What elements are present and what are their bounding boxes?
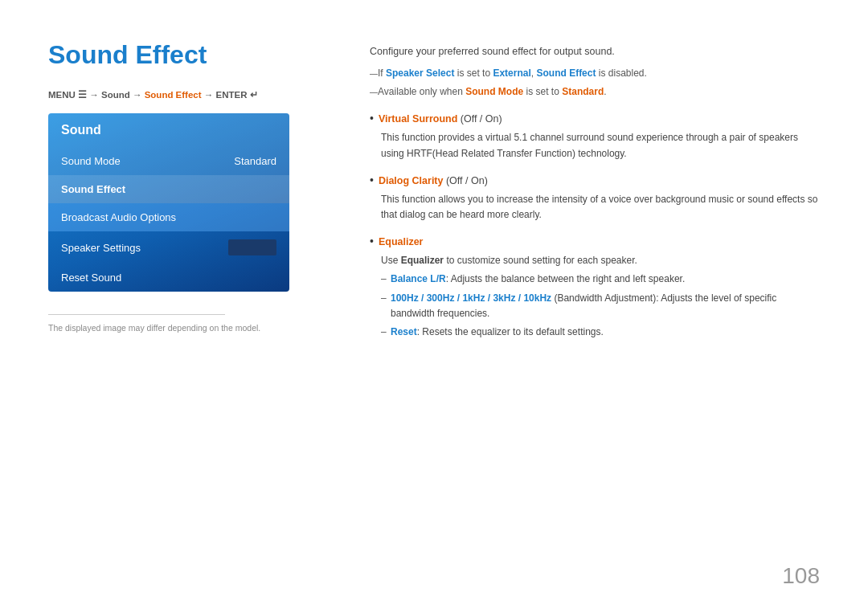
sound-effect-bold: Sound Effect <box>536 67 596 79</box>
eq-desc: Use Equalizer to customize sound setting… <box>381 253 820 268</box>
intro-text: Configure your preferred sound effect fo… <box>370 43 820 59</box>
sound-mode-value: Standard <box>234 155 276 167</box>
menu-label: MENU <box>48 90 78 100</box>
right-panel: Configure your preferred sound effect fo… <box>370 40 820 351</box>
speaker-select-bold: Speaker Select <box>386 67 454 79</box>
note-sound-mode: Available only when Sound Mode is set to… <box>370 84 820 100</box>
bullet-section: • Virtual Surround (Off / On) This funct… <box>370 111 820 340</box>
tv-menu-box: Sound Sound Mode Standard Sound Effect B… <box>48 113 289 292</box>
sound-effect-label: Sound Effect <box>61 183 125 195</box>
dc-desc: This function allows you to increase the… <box>381 192 820 223</box>
note-speaker-select: If Speaker Select is set to External, So… <box>370 66 820 81</box>
menu-item-speaker-settings[interactable]: Speaker Settings <box>48 231 289 264</box>
menu-icon: ☰ <box>78 90 87 100</box>
external-bold: External <box>493 67 530 79</box>
reset-sound-label: Reset Sound <box>61 272 121 284</box>
bullet-dialog-clarity: • Dialog Clarity (Off / On) This functio… <box>370 173 820 223</box>
eq-sub1: Balance L/R: Adjusts the balance between… <box>381 272 820 287</box>
bullet-header-dc: • Dialog Clarity (Off / On) <box>370 173 820 189</box>
left-panel: Sound Effect MENU ☰ → Sound → Sound Effe… <box>48 40 338 351</box>
bullet-virtual-surround: • Virtual Surround (Off / On) This funct… <box>370 111 820 161</box>
eq-sub2: 100Hz / 300Hz / 1kHz / 3kHz / 10kHz (Ban… <box>381 291 820 321</box>
vs-title: Virtual Surround <box>379 111 457 127</box>
dc-onoff: (Off / On) <box>443 173 487 189</box>
menu-item-reset-sound[interactable]: Reset Sound <box>48 264 289 292</box>
menu-path: MENU ☰ → Sound → Sound Effect → ENTER ↵ <box>48 89 338 100</box>
bullet-header-eq: • Equalizer <box>370 234 820 250</box>
page-container: Sound Effect MENU ☰ → Sound → Sound Effe… <box>0 0 868 613</box>
sound-mode-label: Sound Mode <box>61 155 121 167</box>
bullet-dot-dc: • <box>370 174 374 186</box>
menu-item-sound-mode[interactable]: Sound Mode Standard <box>48 147 289 175</box>
bullet-dot-eq: • <box>370 235 374 247</box>
tv-menu-header: Sound <box>48 113 289 147</box>
standard-bold: Standard <box>562 86 604 97</box>
eq-bold: Equalizer <box>401 255 444 266</box>
menu-arrow2: → <box>133 90 145 100</box>
divider-line <box>48 314 225 315</box>
hz-bold: 100Hz / 300Hz / 1kHz / 3kHz / 10kHz <box>391 292 551 304</box>
bullet-equalizer: • Equalizer Use Equalizer to customize s… <box>370 234 820 340</box>
enter-icon: ↵ <box>250 90 258 100</box>
menu-item-broadcast-audio[interactable]: Broadcast Audio Options <box>48 203 289 231</box>
page-number: 108 <box>782 563 820 589</box>
eq-title: Equalizer <box>379 234 424 250</box>
menu-arrow3: → ENTER <box>204 90 250 100</box>
vs-onoff: (Off / On) <box>457 111 502 127</box>
arrow-right-icon <box>228 239 276 255</box>
menu-sound-effect: Sound Effect <box>145 90 202 100</box>
speaker-settings-label: Speaker Settings <box>61 242 141 254</box>
footnote-text: The displayed image may differ depending… <box>48 323 338 333</box>
vs-desc: This function provides a virtual 5.1 cha… <box>381 130 820 161</box>
page-title: Sound Effect <box>48 40 338 70</box>
menu-sound: Sound <box>101 90 130 100</box>
menu-arrow1: → <box>89 90 101 100</box>
bullet-dot-vs: • <box>370 112 374 124</box>
dc-title: Dialog Clarity <box>379 173 444 189</box>
broadcast-audio-label: Broadcast Audio Options <box>61 211 176 223</box>
eq-sub3: Reset: Resets the equalizer to its defau… <box>381 325 820 340</box>
menu-item-sound-effect[interactable]: Sound Effect <box>48 175 289 203</box>
sound-mode-bold: Sound Mode <box>465 86 523 97</box>
main-content: Sound Effect MENU ☰ → Sound → Sound Effe… <box>48 40 820 351</box>
bullet-header-vs: • Virtual Surround (Off / On) <box>370 111 820 127</box>
reset-bold: Reset <box>391 326 417 337</box>
balance-bold: Balance L/R <box>391 273 446 284</box>
